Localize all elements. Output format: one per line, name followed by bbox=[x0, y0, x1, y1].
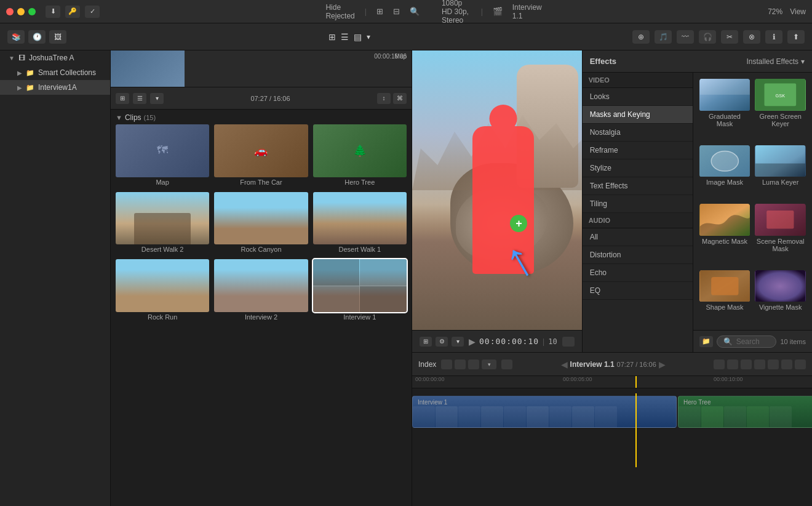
category-echo[interactable]: Echo bbox=[583, 264, 693, 282]
effect-shape-mask[interactable]: Shape Mask bbox=[699, 270, 750, 324]
timeline-arrow-tool-icon[interactable] bbox=[501, 359, 512, 369]
timeline-tool-5[interactable] bbox=[768, 359, 779, 369]
clip-label-from-the-car: From The Car bbox=[214, 177, 308, 187]
category-nostalgia[interactable]: Nostalgia bbox=[583, 124, 693, 142]
clip-label-map: Map bbox=[116, 177, 209, 187]
export-icon[interactable]: ⬆ bbox=[787, 30, 805, 44]
browser-filter-icon[interactable]: ⌘ bbox=[393, 93, 407, 104]
play-button[interactable]: ▶ bbox=[469, 337, 476, 347]
effect-green-screen-keyer[interactable]: GSK Green Screen Keyer bbox=[755, 79, 806, 140]
timeline-index-label[interactable]: Index bbox=[418, 360, 436, 369]
clip-item-interview-1[interactable]: Interview 1 bbox=[313, 259, 407, 322]
timeline-tool-1[interactable] bbox=[714, 359, 725, 369]
timeline-tool-2[interactable] bbox=[727, 359, 738, 369]
key-icon[interactable]: 🔑 bbox=[65, 6, 80, 18]
effects-library-icon[interactable]: 📁 bbox=[699, 336, 713, 347]
browser-sort-icon[interactable]: ↕ bbox=[377, 93, 391, 104]
timeline-view-icon-2[interactable] bbox=[455, 359, 466, 369]
sidebar-item-joshuatree[interactable]: ▼ 🎞 JoshuaTree A bbox=[0, 50, 110, 65]
effect-image-mask[interactable]: Image Mask bbox=[699, 145, 750, 199]
clip-item-hero-tree[interactable]: 🌲 Hero Tree bbox=[313, 124, 407, 187]
headphone-icon[interactable]: 🎧 bbox=[699, 30, 716, 44]
clip-item-map[interactable]: 🗺 Map bbox=[116, 124, 209, 187]
effect-scene-removal-mask[interactable]: Scene Removal Mask bbox=[755, 204, 806, 265]
fullscreen-button[interactable] bbox=[28, 8, 36, 15]
timeline-view-icon-3[interactable] bbox=[468, 359, 479, 369]
browser-settings-icon[interactable]: ▾ bbox=[150, 93, 164, 104]
preview-layout-icon[interactable]: ⊞ bbox=[420, 337, 432, 347]
graduated-mask-label: Graduated Mask bbox=[699, 111, 750, 129]
category-tiling[interactable]: Tiling bbox=[583, 195, 693, 213]
category-eq[interactable]: EQ bbox=[583, 282, 693, 300]
sidebar-item-smart-collections[interactable]: ▶ 📁 Smart Collections bbox=[0, 65, 110, 80]
preview-tools-icon[interactable]: ⚙ bbox=[436, 337, 448, 347]
timecode-display[interactable]: 10 bbox=[548, 337, 557, 346]
grid-icon[interactable]: ⊞ bbox=[328, 32, 336, 42]
category-masks-and-keying[interactable]: Masks and Keying bbox=[583, 106, 693, 124]
mixer-icon[interactable]: ⊕ bbox=[632, 30, 650, 44]
dropdown-icon[interactable]: ▾ bbox=[367, 33, 370, 41]
effect-magnetic-mask[interactable]: Magnetic Mask bbox=[699, 204, 750, 265]
preview-settings-icon[interactable]: ▾ bbox=[452, 337, 464, 347]
clip-item-rock-canyon[interactable]: Rock Canyon bbox=[214, 192, 308, 255]
category-distortion[interactable]: Distortion bbox=[583, 246, 693, 264]
clip-label-interview-1: Interview 1 bbox=[313, 312, 407, 322]
category-text-effects[interactable]: Text Effects bbox=[583, 177, 693, 195]
browser-list-view-icon[interactable]: ☰ bbox=[133, 93, 146, 104]
clip-item-desert-walk-2[interactable]: Desert Walk 2 bbox=[116, 192, 209, 255]
clip-item-rock-run[interactable]: Rock Run bbox=[116, 259, 209, 322]
category-all[interactable]: All bbox=[583, 228, 693, 246]
sidebar-item-interview1a[interactable]: ▶ 📁 Interview1A bbox=[0, 80, 110, 95]
effects-search-box[interactable]: 🔍 Search bbox=[717, 335, 777, 348]
minimize-button[interactable] bbox=[17, 8, 25, 15]
inspector-icon[interactable]: ℹ bbox=[765, 30, 782, 44]
close-button[interactable] bbox=[6, 8, 14, 15]
timeline-tool-7[interactable] bbox=[795, 359, 806, 369]
list-icon[interactable]: ☰ bbox=[341, 32, 349, 42]
layout-icon[interactable]: ▤ bbox=[354, 32, 362, 42]
effect-vignette-mask[interactable]: Vignette Mask bbox=[755, 270, 806, 324]
timeline-tool-4[interactable] bbox=[754, 359, 765, 369]
category-stylize[interactable]: Stylize bbox=[583, 159, 693, 177]
titlebar-right: 72% View bbox=[768, 7, 806, 16]
timeline-tool-6[interactable] bbox=[781, 359, 792, 369]
timeline-clip-interview1[interactable]: Interview 1 bbox=[412, 396, 677, 428]
hide-rejected-label[interactable]: Hide Rejected bbox=[325, 3, 354, 20]
installed-effects-arrow-icon[interactable]: ▾ bbox=[801, 57, 805, 66]
photo-icon[interactable]: 🖼 bbox=[49, 30, 66, 44]
preview-panel: ↑ + ⊞ ⚙ ▾ ▶ 00:00:00:10 | bbox=[412, 50, 582, 352]
trim-icon[interactable]: ✂ bbox=[721, 30, 738, 44]
timeline-dropdown-icon[interactable]: ▾ bbox=[482, 359, 496, 369]
clip-label-hero-tree: Hero Tree bbox=[313, 177, 407, 187]
clip-item-desert-walk-1[interactable]: Desert Walk 1 bbox=[313, 192, 407, 255]
download-icon[interactable]: ⬇ bbox=[46, 6, 60, 18]
waveform-icon[interactable]: 〰 bbox=[677, 30, 694, 44]
timeline-tool-3[interactable] bbox=[741, 359, 752, 369]
prev-clip-icon[interactable]: ◀ bbox=[561, 359, 568, 369]
preview-playback-controls: ▶ 00:00:00:10 | 10 bbox=[469, 337, 557, 347]
expand-preview-icon[interactable] bbox=[562, 337, 575, 347]
view-label[interactable]: View bbox=[790, 7, 806, 16]
check-icon[interactable]: ✓ bbox=[85, 6, 100, 18]
next-clip-icon[interactable]: ▶ bbox=[659, 359, 666, 369]
category-looks[interactable]: Looks bbox=[583, 88, 693, 106]
effect-luma-keyer[interactable]: Luma Keyer bbox=[755, 145, 806, 199]
timeline-view-icon-1[interactable] bbox=[441, 359, 452, 369]
sidebar-smart-collections-label: Smart Collections bbox=[38, 68, 96, 77]
audio-icon[interactable]: 🎵 bbox=[655, 30, 672, 44]
timeline-clip-hero-tree[interactable]: Hero Tree bbox=[678, 396, 812, 428]
effect-graduated-mask[interactable]: Graduated Mask bbox=[699, 79, 750, 140]
category-reframe[interactable]: Reframe bbox=[583, 142, 693, 159]
zoom-label[interactable]: 72% bbox=[768, 7, 782, 16]
effects-panel-title: Effects bbox=[590, 57, 616, 66]
clock-icon[interactable]: 🕐 bbox=[28, 30, 46, 44]
clip-item-interview-2[interactable]: Interview 2 bbox=[214, 259, 308, 322]
ruler-mark-1: 00:00:05:00 bbox=[563, 376, 592, 382]
green-screen-keyer-thumb: GSK bbox=[755, 79, 806, 111]
vignette-mask-label: Vignette Mask bbox=[755, 302, 806, 313]
library-icon[interactable]: 📚 bbox=[7, 30, 25, 44]
clip-item-from-the-car[interactable]: 🚗 From The Car bbox=[214, 124, 308, 187]
browser-grid-view-icon[interactable]: ⊞ bbox=[116, 93, 129, 104]
smart-collections-arrow-icon: ▶ bbox=[17, 70, 22, 76]
effects-icon[interactable]: ⊗ bbox=[743, 30, 760, 44]
